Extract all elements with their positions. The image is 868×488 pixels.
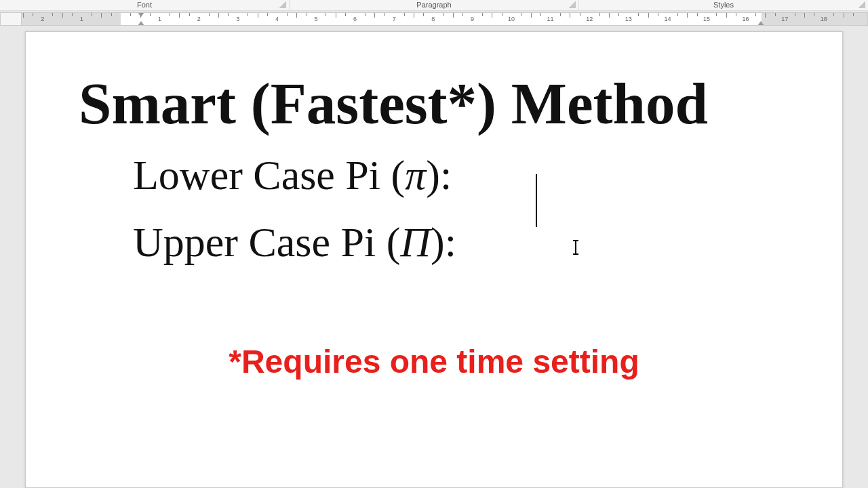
text: Upper Case Pi ( bbox=[133, 219, 400, 265]
ruler-number: 6 bbox=[353, 16, 357, 22]
ruler-tick bbox=[492, 13, 492, 18]
ruler-tick bbox=[775, 13, 776, 16]
dialog-launcher-icon[interactable] bbox=[279, 1, 286, 8]
ruler-tick bbox=[258, 13, 258, 18]
ruler-tick bbox=[52, 13, 53, 16]
ruler-tick bbox=[580, 13, 580, 16]
ruler-number: 2 bbox=[41, 16, 44, 22]
ruler-tick bbox=[502, 13, 502, 16]
pi-upper-symbol: Π bbox=[400, 219, 431, 265]
ruler-tick bbox=[697, 13, 698, 16]
ruler-scale[interactable]: 21123456789101112131415161718 bbox=[21, 12, 868, 26]
ruler-tick bbox=[423, 13, 424, 16]
ruler-tick bbox=[209, 13, 210, 16]
ruler-tick bbox=[307, 13, 307, 16]
ruler-tick bbox=[228, 13, 229, 16]
ruler-tick bbox=[482, 13, 483, 16]
ruler-tick bbox=[365, 13, 366, 16]
ruler-tick bbox=[638, 13, 639, 16]
ruler-tick bbox=[414, 13, 414, 18]
ruler-tick bbox=[62, 13, 63, 18]
ruler-tick bbox=[531, 13, 532, 18]
ruler-tick bbox=[140, 13, 141, 18]
ruler-tick bbox=[609, 13, 610, 18]
ruler-tick bbox=[218, 13, 219, 18]
ruler-tick bbox=[677, 13, 678, 16]
ruler-tick bbox=[726, 13, 727, 18]
ruler-number: 11 bbox=[547, 16, 554, 22]
ruler-tick bbox=[618, 13, 619, 16]
ruler-tick bbox=[404, 13, 405, 16]
ruler-number: 3 bbox=[236, 16, 239, 22]
ruler-gutter bbox=[0, 12, 21, 26]
document-page[interactable]: Smart (Fastest*) Method Lower Case Pi (π… bbox=[25, 31, 843, 488]
ruler-number: 1 bbox=[158, 16, 161, 22]
ruler-number: 1 bbox=[80, 16, 83, 22]
body-line-2: Upper Case Pi (Π): bbox=[133, 219, 789, 265]
ruler-tick bbox=[33, 13, 33, 16]
dialog-launcher-icon[interactable] bbox=[569, 1, 576, 8]
ruler-tick bbox=[716, 13, 717, 16]
ruler-tick bbox=[795, 13, 795, 16]
ruler-tick bbox=[374, 13, 375, 18]
ruler-margin-left bbox=[22, 13, 121, 25]
ruler-number: 18 bbox=[821, 16, 827, 22]
ruler-tick bbox=[814, 13, 814, 16]
text: Lower Case Pi ( bbox=[133, 152, 405, 198]
ribbon-group-font-label: Font bbox=[137, 1, 152, 9]
hanging-indent-icon[interactable] bbox=[138, 21, 144, 26]
ruler-tick bbox=[267, 13, 268, 16]
ruler-number: 8 bbox=[431, 16, 435, 22]
dialog-launcher-icon[interactable] bbox=[859, 1, 865, 8]
first-line-indent-icon[interactable] bbox=[138, 12, 144, 17]
ruler-tick bbox=[92, 13, 92, 16]
ribbon-group-paragraph-label: Paragraph bbox=[416, 1, 451, 9]
ruler-number: 15 bbox=[703, 16, 710, 22]
body-line-1: Lower Case Pi (π): bbox=[133, 152, 789, 198]
ruler-tick bbox=[150, 13, 151, 16]
ruler-tick bbox=[755, 13, 756, 16]
pi-lower-symbol: π bbox=[405, 152, 426, 198]
ruler-number: 4 bbox=[275, 16, 279, 22]
right-indent-icon[interactable] bbox=[757, 21, 764, 26]
ruler-tick bbox=[687, 13, 688, 18]
ruler-tick bbox=[189, 13, 190, 16]
ruler-number: 10 bbox=[508, 16, 515, 22]
ruler-tick bbox=[462, 13, 463, 16]
ruler-tick bbox=[130, 13, 131, 16]
ruler-number: 9 bbox=[471, 16, 474, 22]
ruler-tick bbox=[336, 13, 336, 18]
ruler-number: 14 bbox=[664, 16, 671, 22]
ruler-tick bbox=[443, 13, 443, 16]
text: ): bbox=[426, 152, 452, 198]
ribbon-group-font: Font bbox=[0, 0, 289, 10]
ruler-number: 12 bbox=[586, 16, 593, 22]
ruler-tick bbox=[599, 13, 600, 16]
ruler-tick bbox=[560, 13, 561, 16]
ruler-tick bbox=[326, 13, 326, 16]
ruler-tick bbox=[170, 13, 170, 16]
ruler-tick bbox=[179, 13, 180, 18]
ruler-tick bbox=[765, 13, 766, 18]
ruler-tick bbox=[540, 13, 541, 16]
ruler-tick bbox=[248, 13, 248, 16]
ruler-tick bbox=[111, 13, 112, 16]
ribbon-group-styles: Styles bbox=[579, 0, 868, 10]
text: ): bbox=[431, 219, 456, 265]
ruler-tick bbox=[384, 13, 385, 16]
ruler-tick bbox=[296, 13, 297, 18]
ruler-number: 17 bbox=[781, 16, 788, 22]
ruler-tick bbox=[521, 13, 521, 16]
ruler-tick bbox=[804, 13, 805, 18]
ruler-tick bbox=[345, 13, 346, 16]
ruler-number: 2 bbox=[197, 16, 201, 22]
ruler-number: 5 bbox=[314, 16, 317, 22]
document-workspace: Smart (Fastest*) Method Lower Case Pi (π… bbox=[0, 27, 868, 488]
ribbon-group-styles-label: Styles bbox=[713, 1, 734, 9]
ruler-tick bbox=[287, 13, 288, 16]
ruler-number: 13 bbox=[625, 16, 632, 22]
horizontal-ruler[interactable]: 21123456789101112131415161718 bbox=[0, 11, 868, 27]
ruler-tick bbox=[833, 13, 834, 16]
ruler-tick bbox=[658, 13, 658, 16]
footnote-text: *Requires one time setting bbox=[79, 343, 789, 380]
